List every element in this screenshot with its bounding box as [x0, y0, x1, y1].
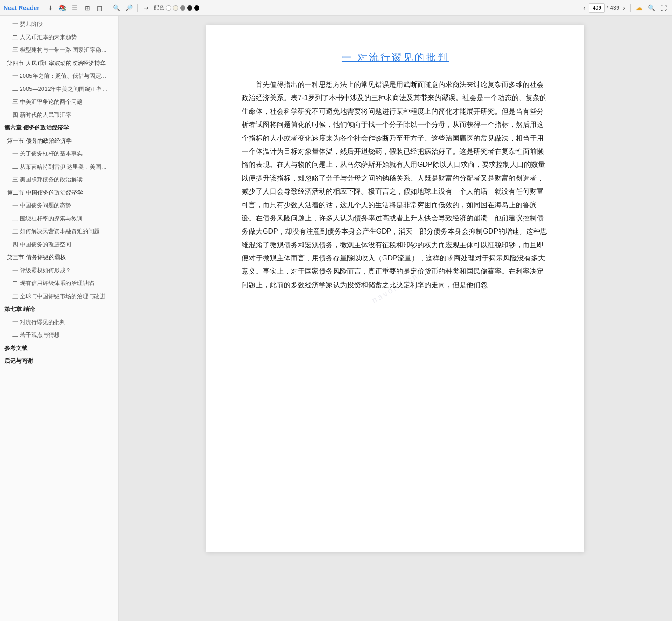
book-icon[interactable]: 📚	[58, 3, 68, 13]
toc-item-s15[interactable]: 一 中国债务问题的态势	[0, 199, 118, 212]
color-gray[interactable]	[180, 5, 185, 11]
toc-item-s16[interactable]: 二 围绕杠杆率的探索与教训	[0, 212, 118, 225]
separator3	[630, 4, 631, 12]
toolbar: Neat Reader ⬇ 📚 ☰ ⊞ ▤ 🔍 🔎 ⇥ 配色 ‹ 409 / 4…	[0, 0, 672, 16]
toc-item-s22[interactable]: 三 全球与中国评级市场的治理与改进	[0, 290, 118, 303]
app-title: Neat Reader	[4, 4, 40, 11]
toc-item-s17[interactable]: 三 如何解决民营资本融资难的问题	[0, 225, 118, 238]
color-label: 配色	[154, 4, 164, 11]
toc-item-s18[interactable]: 四 中国债务的改进空间	[0, 238, 118, 251]
toc-item-s4[interactable]: 第四节 人民币汇率波动的政治经济博弈	[0, 57, 118, 70]
toc-item-s10[interactable]: 第一节 债务的政治经济学	[0, 134, 118, 148]
search3-icon[interactable]: 🔍	[647, 3, 656, 13]
next-page-button[interactable]: ›	[621, 4, 627, 12]
sidebar: 一 婴儿阶段二 人民币汇率的未来趋势三 模型建构与一带一路 国家汇率稳定...第…	[0, 16, 119, 621]
toc-item-s12[interactable]: 二 从莱茵哈特到雷伊 达里奥：美国知...	[0, 160, 118, 173]
page-content: 一 对流行谬见的批判 首先值得指出的一种思想方法上的常见错误是用武断而随意的求商…	[242, 51, 549, 292]
main-layout: 一 婴儿阶段二 人民币汇率的未来趋势三 模型建构与一带一路 国家汇率稳定...第…	[0, 16, 672, 621]
separator1	[108, 4, 108, 12]
toc-item-s14[interactable]: 第二节 中国债务的政治经济学	[0, 186, 118, 199]
toc-item-s8[interactable]: 四 新时代的人民币汇率	[0, 108, 118, 122]
toc-item-s24[interactable]: 一 对流行谬见的批判	[0, 316, 118, 329]
toc-item-s20[interactable]: 一 评级霸权如何形成？	[0, 264, 118, 277]
menu-icon[interactable]: ☰	[70, 3, 80, 13]
toc-item-s19[interactable]: 第三节 债务评级的霸权	[0, 251, 118, 264]
toc-item-s6[interactable]: 二 2005—2012年中美之间围绕汇率升...	[0, 83, 118, 96]
cloud-icon[interactable]: ☁	[634, 3, 644, 13]
toc-item-s25[interactable]: 二 若干观点与猜想	[0, 329, 118, 342]
prev-page-button[interactable]: ‹	[582, 4, 587, 12]
color-white[interactable]	[166, 5, 171, 11]
page-total: 439	[610, 4, 620, 11]
search2-icon[interactable]: 🔎	[124, 3, 134, 13]
toc-item-s27[interactable]: 后记与鸣谢	[0, 354, 118, 368]
page-separator: /	[607, 4, 608, 11]
fullscreen-icon[interactable]: ⛶	[659, 3, 668, 13]
chapter-title: 一 对流行谬见的批判	[242, 51, 549, 64]
toc-item-s7[interactable]: 三 中美汇率争论的两个问题	[0, 95, 118, 108]
search-icon[interactable]: 🔍	[112, 3, 122, 13]
toc-item-s3[interactable]: 三 模型建构与一带一路 国家汇率稳定...	[0, 43, 118, 57]
page-input[interactable]: 409	[589, 3, 605, 13]
toc-item-s2[interactable]: 二 人民币汇率的未来趋势	[0, 31, 118, 44]
grid-icon[interactable]: ⊞	[83, 3, 92, 13]
layout-icon[interactable]: ▤	[95, 3, 105, 13]
color-row: 配色	[154, 4, 199, 11]
toc-item-s11[interactable]: 一 关于债务杠杆的基本事实	[0, 147, 118, 160]
toc-item-s23[interactable]: 第七章 结论	[0, 303, 118, 316]
color-black[interactable]	[194, 5, 199, 11]
toc-item-s1[interactable]: 一 婴儿阶段	[0, 18, 118, 31]
toc-item-s9[interactable]: 第六章 债务的政治经济学	[0, 121, 118, 134]
page-nav: ‹ 409 / 439 ›	[582, 3, 627, 13]
color-dark[interactable]	[187, 5, 192, 11]
save-icon[interactable]: ⬇	[46, 3, 55, 13]
color-cream[interactable]	[173, 5, 178, 11]
paragraph-1: 首先值得指出的一种思想方法上的常见错误是用武断而随意的求商法来讨论复杂而多维的社…	[242, 78, 549, 292]
separator2	[137, 4, 138, 12]
toc-item-s5[interactable]: 一 2005年之前：贬值、低估与固定汇...	[0, 69, 118, 83]
toc-item-s13[interactable]: 三 美国联邦债务的政治解读	[0, 173, 118, 186]
toc-item-s26[interactable]: 参考文献	[0, 342, 118, 355]
bookmark-icon[interactable]: ⇥	[141, 3, 151, 13]
toc-item-s21[interactable]: 二 现有信用评级体系的治理缺陷	[0, 277, 118, 290]
content-area: navona.cn 一 对流行谬见的批判 首先值得指出的一种思想方法上的常见错误…	[119, 16, 672, 621]
book-page: navona.cn 一 对流行谬见的批判 首先值得指出的一种思想方法上的常见错误…	[206, 25, 584, 552]
